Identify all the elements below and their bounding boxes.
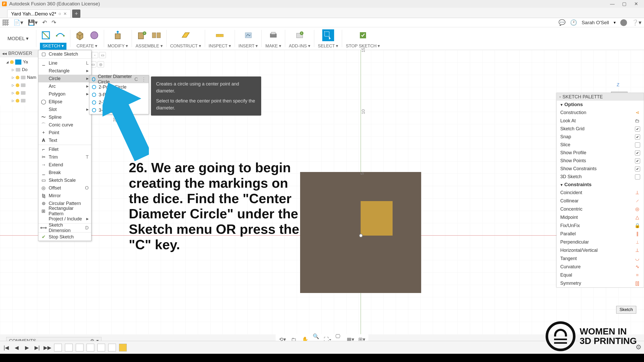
palette-3d-sketch[interactable]: 3D Sketch	[557, 173, 644, 181]
palette-fixunfix[interactable]: Fix/UnFix🔒	[557, 221, 644, 230]
palette-slice[interactable]: Slice	[557, 141, 644, 149]
menu-polygon[interactable]: Polygon▶	[38, 90, 91, 98]
palette-sketch-grid[interactable]: Sketch Grid✔	[557, 125, 644, 133]
canvas-area[interactable]: 15 10 5 25 ◦ ▭ ▭ ◎ ◂◂BROWSER ◢Ya ▷Do ▷Na…	[0, 50, 644, 335]
modify-toolbar-group[interactable]: MODIFY ▾	[104, 27, 132, 50]
menu-sketch-dimension[interactable]: ⟷Sketch DimensionD	[38, 224, 91, 232]
palette-symmetry[interactable]: Symmetry[|]	[557, 279, 644, 287]
job-status-icon[interactable]: 🕐	[570, 19, 577, 26]
timeline-next-icon[interactable]: ▶|	[33, 344, 41, 351]
timeline-end-icon[interactable]: ▶▶	[44, 344, 51, 351]
browser-item[interactable]: ▷Do	[0, 66, 38, 74]
inspect-toolbar-group[interactable]: INSPECT ▾	[205, 27, 235, 50]
timeline-play-icon[interactable]: ▶	[23, 344, 30, 351]
assemble-toolbar-group[interactable]: + ASSEMBLE ▾	[132, 27, 166, 50]
addins-toolbar-group[interactable]: + ADD-INS ▾	[285, 27, 314, 50]
select-icon[interactable]	[322, 29, 334, 41]
timeline-start-icon[interactable]: |◀	[3, 344, 10, 351]
redo-icon[interactable]: ↷	[52, 19, 56, 26]
timeline-feature[interactable]	[97, 344, 105, 351]
menu-arc[interactable]: Arc▶	[38, 82, 91, 90]
stop-sketch-icon[interactable]	[357, 29, 369, 41]
menu-ellipse[interactable]: ◯Ellipse	[38, 98, 91, 106]
save-icon[interactable]: 💾▾	[28, 19, 38, 26]
menu-text[interactable]: AText	[38, 136, 91, 144]
palette-collinear[interactable]: Collinear⟋	[557, 197, 644, 205]
menu-offset[interactable]: ◎OffsetO	[38, 184, 91, 192]
create-toolbar-group[interactable]: CREATE ▾	[70, 27, 104, 50]
timeline-feature[interactable]	[119, 344, 127, 351]
insert-toolbar-group[interactable]: INSERT ▾	[235, 27, 261, 50]
palette-parallel[interactable]: Parallel∥	[557, 230, 644, 238]
browser-item[interactable]: ▷	[0, 97, 38, 105]
menu-stop-sketch[interactable]: ✔Stop Sketch	[38, 233, 91, 241]
palette-section-constraints[interactable]: Constraints	[557, 181, 644, 188]
browser-header[interactable]: ◂◂BROWSER	[0, 50, 38, 57]
browser-item[interactable]: ▷	[0, 89, 38, 97]
sphere-icon[interactable]	[88, 29, 100, 41]
browser-root[interactable]: ◢Ya	[0, 58, 38, 66]
measure-icon[interactable]	[214, 29, 226, 41]
menu-sketch-scale[interactable]: ▭Sketch Scale	[38, 176, 91, 184]
fit-icon[interactable]: ◦	[91, 52, 98, 58]
tab-close-icon[interactable]: ✕	[63, 11, 67, 16]
line-icon[interactable]	[54, 29, 66, 41]
origin-point-icon[interactable]	[359, 234, 363, 237]
minimize-button[interactable]: —	[606, 0, 618, 8]
timeline-feature[interactable]	[65, 344, 73, 351]
browser-item[interactable]: ▷	[0, 81, 38, 89]
timeline-prev-icon[interactable]: ◀	[13, 344, 20, 351]
palette-concentric[interactable]: Concentric◎	[557, 205, 644, 213]
palette-perpendicular[interactable]: Perpendicular⟂	[557, 238, 644, 246]
select-toolbar-group[interactable]: SELECT ▾	[314, 27, 342, 50]
sketch-toolbar-group[interactable]: SKETCH ▾	[36, 27, 70, 50]
file-menu-icon[interactable]: 📄▾	[13, 19, 23, 26]
timeline-feature[interactable]	[87, 344, 94, 351]
press-pull-icon[interactable]	[112, 29, 124, 41]
palette-construction[interactable]: Construction⋖	[557, 108, 644, 117]
new-component-icon[interactable]: +	[136, 29, 148, 41]
menu-extend[interactable]: →Extend	[38, 161, 91, 169]
addins-icon[interactable]: +	[294, 29, 306, 41]
palette-header[interactable]: ◦SKETCH PALETTE	[557, 93, 644, 101]
palette-midpoint[interactable]: Midpoint△	[557, 213, 644, 221]
menu-slot[interactable]: Slot▶	[38, 106, 91, 113]
menu-break[interactable]: ⎯Break	[38, 169, 91, 176]
menu-conic[interactable]: ⌒Conic curve	[38, 121, 91, 129]
palette-tangent[interactable]: Tangent◡	[557, 254, 644, 263]
menu-line[interactable]: ⎯LineL	[38, 59, 91, 67]
maximize-button[interactable]: ▢	[618, 0, 630, 8]
construct-toolbar-group[interactable]: CONSTRUCT ▾	[167, 27, 205, 50]
palette-show-profile[interactable]: Show Profile✔	[557, 149, 644, 157]
menu-trim[interactable]: ✂TrimT	[38, 153, 91, 161]
mode-icon[interactable]: ▭	[99, 52, 106, 58]
palette-coincident[interactable]: Coincident⊥	[557, 188, 644, 197]
stop-sketch-button[interactable]: Sketch	[616, 306, 636, 314]
create-sketch-icon[interactable]	[40, 29, 52, 41]
workspace-selector[interactable]: MODEL ▾	[0, 27, 36, 50]
palette-snap[interactable]: Snap✔	[557, 133, 644, 141]
close-button[interactable]: ✕	[630, 0, 642, 8]
palette-show-constraints[interactable]: Show Constraints✔	[557, 165, 644, 173]
print-icon[interactable]	[267, 29, 279, 41]
extensions-icon[interactable]: 💬	[558, 19, 565, 26]
palette-lookat[interactable]: Look At🗀	[557, 117, 644, 125]
palette-curvature[interactable]: Curvature∿	[557, 263, 644, 271]
palette-equal[interactable]: Equal=	[557, 271, 644, 279]
menu-fillet[interactable]: ⌐Fillet	[38, 145, 91, 153]
help-icon[interactable]: ❔▾	[632, 19, 641, 26]
menu-rectangle[interactable]: Rectangle▶	[38, 67, 91, 75]
menu-create-sketch[interactable]: ▢Create Sketch	[38, 50, 91, 58]
timeline-feature[interactable]	[76, 344, 83, 351]
new-tab-button[interactable]: +	[72, 10, 80, 18]
menu-point[interactable]: +Point	[38, 129, 91, 136]
menu-spline[interactable]: 〜Spline	[38, 113, 91, 121]
insert-icon[interactable]	[242, 29, 254, 41]
palette-horiz-vert[interactable]: Horizontal/Vertical⊥	[557, 246, 644, 254]
mode-icon-3[interactable]: ◎	[97, 61, 104, 67]
data-panel-icon[interactable]	[3, 20, 9, 26]
browser-item[interactable]: ▷Nam	[0, 74, 38, 81]
document-tab[interactable]: Yard Yah...Demo v2* ✕	[7, 10, 71, 18]
plane-icon[interactable]	[180, 29, 192, 41]
stop-sketch-toolbar-group[interactable]: STOP SKETCH ▾	[342, 27, 384, 50]
